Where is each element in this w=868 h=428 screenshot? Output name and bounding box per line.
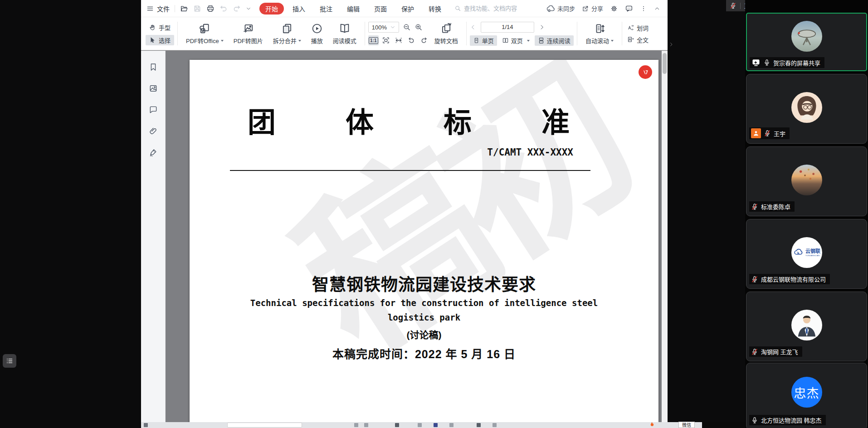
participant-avatar: 忠杰: [791, 377, 822, 408]
select-tool-button[interactable]: 选择: [146, 35, 174, 45]
sync-status[interactable]: 未同步: [546, 4, 575, 13]
left-tool-rail: [141, 51, 166, 428]
zoom-in-icon[interactable]: [414, 23, 423, 31]
word-translate-icon: [627, 24, 634, 31]
print-icon[interactable]: [206, 5, 215, 13]
single-page-button[interactable]: 单页: [470, 35, 497, 46]
share-button[interactable]: 分享: [582, 4, 603, 13]
panel-expand-handle[interactable]: [668, 41, 674, 49]
pdf-to-image-button[interactable]: PDF转图片: [229, 23, 268, 45]
fulltext-translate-button[interactable]: 全文: [627, 35, 653, 44]
split-merge-button[interactable]: 拆分合并: [268, 23, 306, 45]
taskbar-search[interactable]: [227, 423, 302, 428]
pdf-to-office-button[interactable]: PDF转Office: [181, 23, 229, 45]
page-indicator[interactable]: 1/14: [481, 22, 534, 33]
outline-list-icon: [5, 357, 14, 365]
signature-icon[interactable]: [149, 148, 158, 157]
rotate-right-button[interactable]: [419, 35, 429, 45]
search-input[interactable]: [464, 5, 524, 12]
feedback-chat-icon[interactable]: [625, 5, 633, 13]
tab-convert[interactable]: 转换: [423, 3, 447, 15]
host-person-badge: [751, 128, 761, 138]
zoom-out-icon[interactable]: [403, 23, 411, 31]
mic-muted-icon[interactable]: [730, 2, 736, 9]
read-mode-button[interactable]: 阅读模式: [328, 23, 361, 45]
workspace: 初稿 团 体 标 准 T/CAMT XXX-XXXX 智慧钢铁物流园建设技术要求…: [141, 51, 668, 428]
header-rule: [230, 170, 590, 171]
participant-tile-screenshare[interactable]: 贺宗春的屏幕共享: [746, 13, 867, 71]
taskbar-icon[interactable]: [354, 423, 358, 427]
two-page-icon: [502, 37, 509, 44]
rotate-left-button[interactable]: [406, 35, 417, 45]
redo-icon[interactable]: [233, 5, 241, 13]
participant-tile[interactable]: 王宇: [746, 74, 867, 144]
document-subtitle-en-2: logistics park: [190, 312, 658, 322]
comments-icon[interactable]: [149, 105, 158, 114]
taskbar-icon[interactable]: [418, 423, 422, 427]
taskbar-icon[interactable]: [434, 423, 438, 427]
participant-tile[interactable]: 忠杰 北方恒达物流园 韩忠杰: [746, 363, 867, 428]
more-options-icon[interactable]: [640, 5, 647, 12]
previous-page-icon[interactable]: [470, 24, 476, 30]
participant-tile[interactable]: 标准委陈卓: [746, 146, 867, 216]
mic-muted-icon: [751, 203, 758, 210]
continuous-reading-icon: [538, 37, 545, 44]
taskbar-icon[interactable]: [364, 423, 368, 427]
outline-panel-button[interactable]: [3, 354, 16, 368]
actual-size-button[interactable]: 1:1: [368, 35, 379, 45]
standard-header: 团 体 标 准: [190, 60, 658, 141]
tab-insert[interactable]: 插入: [287, 3, 311, 15]
scrollbar-thumb[interactable]: [663, 53, 667, 74]
open-file-icon[interactable]: [180, 5, 188, 13]
play-icon: [311, 23, 323, 34]
tab-home[interactable]: 开始: [259, 3, 284, 15]
browser-flame-icon[interactable]: [648, 421, 655, 428]
hand-tool-button[interactable]: 手型: [146, 22, 174, 33]
tab-edit[interactable]: 编辑: [341, 3, 366, 15]
ribbon-tabs: 开始 插入 批注 编辑 页面 保护 转换: [259, 3, 447, 15]
tab-comment[interactable]: 批注: [314, 3, 338, 15]
attachments-icon[interactable]: [149, 126, 158, 136]
taskbar-icon[interactable]: [493, 423, 497, 427]
company-logo-subtext: YUNGANGLIAN: [805, 254, 820, 257]
bookmarks-icon[interactable]: [149, 63, 158, 72]
rotate-document-button[interactable]: 旋转文档: [429, 23, 463, 45]
zoom-level-select[interactable]: 100%: [368, 22, 399, 33]
vertical-scrollbar[interactable]: [662, 51, 668, 428]
save-icon[interactable]: [193, 5, 201, 13]
rotate-ccw-icon: [407, 36, 415, 44]
continuous-reading-button[interactable]: 连续阅读: [535, 35, 574, 46]
settings-gear-icon[interactable]: [610, 5, 618, 13]
participant-tile[interactable]: 淘钢网 王龙飞: [746, 292, 867, 361]
divider: [175, 5, 175, 12]
taskbar-icon[interactable]: [395, 423, 399, 427]
fit-page-button[interactable]: [381, 35, 391, 45]
document-subtitle-en: Technical specifications for the constru…: [190, 298, 658, 308]
taskbar-dark-corner: [702, 422, 745, 428]
taskbar-icon[interactable]: [477, 423, 481, 427]
tab-protect[interactable]: 保护: [395, 3, 420, 15]
file-menu[interactable]: 文件: [146, 4, 170, 13]
divider: [622, 22, 622, 45]
auto-scroll-button[interactable]: 自动滚动: [580, 23, 619, 45]
avatar-initials: 忠杰: [794, 384, 819, 401]
collapse-ribbon-icon[interactable]: [654, 5, 660, 12]
windows-taskbar[interactable]: 微信: [141, 422, 745, 428]
word-translate-button[interactable]: 划词: [627, 24, 653, 32]
red-stamp-badge[interactable]: [639, 65, 652, 79]
menu-bar: 文件 开始 插入 批注 编辑 页面 保护 转换 未同步: [141, 0, 668, 17]
tab-page[interactable]: 页面: [368, 3, 393, 15]
participant-tile[interactable]: 云钢联 YUNGANGLIAN 成都云钢联物流有限公司: [746, 219, 867, 289]
mic-muted-icon: [751, 348, 758, 355]
next-page-icon[interactable]: [539, 24, 545, 30]
taskbar-icon[interactable]: [449, 423, 454, 427]
fit-width-button[interactable]: [394, 35, 404, 45]
start-button[interactable]: [144, 423, 148, 427]
play-button[interactable]: 播放: [306, 23, 328, 45]
auto-scroll-icon: [594, 23, 605, 34]
images-icon[interactable]: [149, 84, 158, 93]
screen-share-icon: [751, 58, 761, 67]
two-page-button[interactable]: 双页: [499, 35, 533, 46]
undo-icon[interactable]: [219, 5, 228, 13]
quickbar-more-icon[interactable]: [246, 6, 251, 11]
